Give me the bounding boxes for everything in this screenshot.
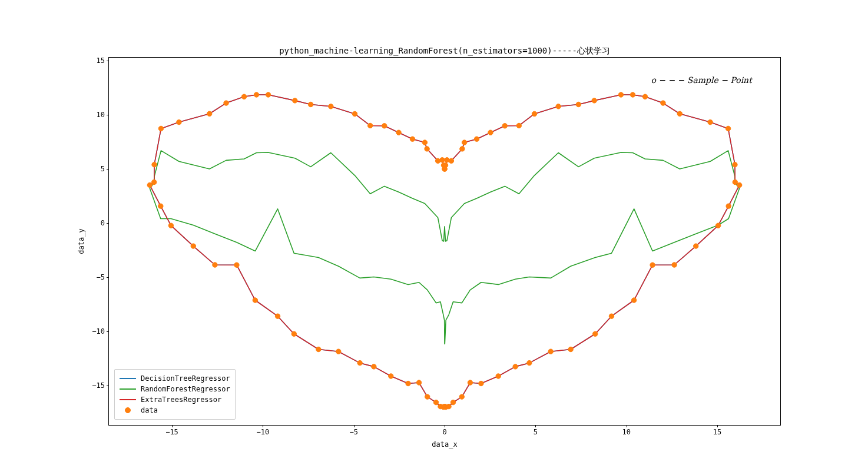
data-point (158, 204, 163, 208)
y-tick-label: 15 (88, 57, 105, 65)
data-point (425, 147, 429, 151)
x-axis-label: data_x (108, 440, 781, 449)
data-point (449, 158, 453, 163)
data-point (241, 94, 246, 99)
data-point (410, 137, 415, 141)
data-point (152, 162, 157, 167)
legend-marker-swatch (120, 407, 136, 413)
data-point (147, 182, 152, 187)
data-point (502, 124, 507, 128)
data-point (425, 394, 430, 399)
data-point (532, 111, 536, 116)
legend-entry: DecisionTreeRegressor (120, 373, 230, 384)
data-point (708, 119, 713, 124)
data-point (459, 394, 464, 399)
series-ExtraTreesRegressor (150, 95, 739, 407)
legend-label: RandomForestRegressor (141, 385, 230, 393)
data-point (631, 298, 636, 303)
y-tick-label: 10 (88, 111, 105, 119)
data-point (438, 404, 443, 408)
data-point (224, 101, 228, 105)
y-tick-label: 0 (88, 219, 105, 227)
data-point (496, 374, 501, 378)
x-tick-label: −5 (349, 428, 357, 436)
chart-title: python_machine-learning_RandomForest(n_e… (108, 46, 781, 57)
legend-line-swatch (120, 399, 136, 400)
data-point (253, 298, 257, 303)
data-point (352, 111, 357, 116)
data-point (474, 137, 479, 141)
x-tick-label: 15 (713, 428, 721, 436)
data-point (661, 101, 665, 105)
data-point (406, 381, 410, 386)
data-point (725, 126, 730, 131)
data-point (630, 92, 635, 97)
x-tick-label: 10 (622, 428, 630, 436)
data-point (576, 102, 581, 107)
data-point (389, 374, 393, 378)
legend-entry: RandomForestRegressor (120, 384, 230, 394)
data-point (372, 364, 376, 369)
data-point (450, 400, 455, 404)
x-tick-label: 5 (534, 428, 538, 436)
data-point (291, 331, 296, 336)
data-point (513, 364, 518, 369)
y-tick-label: 5 (88, 165, 105, 173)
data-point (468, 380, 472, 385)
data-point (168, 223, 173, 228)
legend-entry: ExtraTreesRegressor (120, 394, 230, 405)
x-tick-label: −15 (165, 428, 178, 436)
data-point (527, 360, 532, 365)
data-point (293, 98, 297, 103)
data-point (329, 104, 333, 109)
data-point (677, 111, 682, 116)
x-tick-label: −10 (257, 428, 270, 436)
legend-entry: data (120, 405, 230, 416)
data-point (191, 244, 196, 248)
data-point (568, 347, 573, 351)
legend-label: ExtraTreesRegressor (141, 396, 221, 404)
data-point (234, 263, 239, 267)
sample-point-annotation: o − − − Sample − Point (651, 75, 751, 85)
data-point (460, 147, 465, 151)
data-point (357, 360, 362, 365)
y-tick-label: −5 (88, 273, 105, 281)
data-point (672, 263, 677, 267)
data-point (593, 331, 598, 336)
legend-line-swatch (120, 378, 136, 379)
data-point (650, 263, 655, 267)
legend-label: data (141, 406, 158, 414)
data-point (207, 111, 211, 116)
data-point (336, 349, 341, 354)
x-tick-label: 0 (442, 428, 446, 436)
data-point (442, 167, 447, 171)
series-DecisionTreeRegressor (150, 95, 739, 407)
data-point (316, 347, 321, 351)
data-point (422, 140, 427, 145)
data-point (733, 180, 737, 184)
data-point (382, 124, 387, 128)
data-point (488, 130, 493, 135)
data-point (367, 123, 372, 128)
y-tick-label: −10 (88, 327, 105, 336)
data-point (737, 182, 741, 187)
legend: DecisionTreeRegressorRandomForestRegress… (114, 369, 236, 420)
legend-line-swatch (120, 388, 136, 390)
data-point (733, 162, 737, 167)
data-point (308, 102, 313, 107)
data-point (592, 98, 597, 103)
data-point (177, 119, 181, 124)
data-point (556, 104, 561, 109)
data-point (548, 349, 553, 354)
data-point (440, 158, 445, 162)
data-point (275, 314, 280, 318)
data-point (462, 140, 466, 145)
data-point (726, 204, 731, 208)
y-tick-label: −15 (88, 381, 105, 390)
data-point (516, 123, 521, 128)
data-point (642, 94, 647, 99)
legend-label: DecisionTreeRegressor (141, 374, 230, 383)
data-point (694, 244, 698, 248)
series-RandomForestRegressor (150, 151, 739, 344)
data-point (254, 92, 259, 97)
